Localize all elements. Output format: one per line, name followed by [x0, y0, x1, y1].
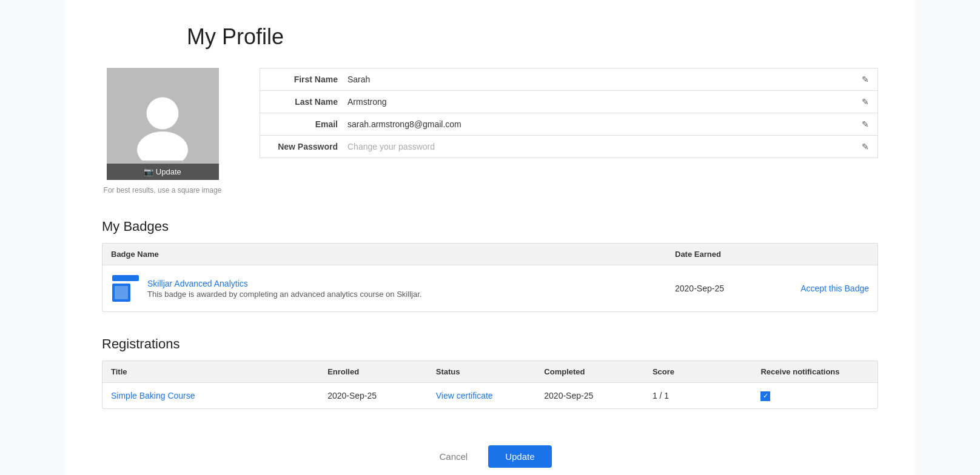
badges-section-title: My Badges — [102, 219, 878, 234]
registrations-section-title: Registrations — [102, 336, 878, 352]
last-name-row: Last Name Armstrong ✎ — [260, 90, 878, 113]
badge-name-col: Skilljar Advanced Analytics This badge i… — [147, 279, 675, 299]
registrations-table-header: Title Enrolled Status Completed Score Re… — [102, 361, 878, 383]
email-value: sarah.armstrong8@gmail.com — [347, 119, 862, 129]
email-label: Email — [269, 119, 347, 129]
email-row: Email sarah.armstrong8@gmail.com ✎ — [260, 113, 878, 135]
reg-status-header: Status — [436, 367, 545, 376]
badges-table: Badge Name Date Earned Skilljar Advanced… — [102, 243, 878, 312]
email-edit-icon[interactable]: ✎ — [862, 119, 869, 129]
profile-section: 📷 Update For best results, use a square … — [102, 68, 878, 194]
avatar-hint: For best results, use a square image — [104, 186, 222, 194]
badge-row: Skilljar Advanced Analytics This badge i… — [102, 265, 878, 311]
course-title-link[interactable]: Simple Baking Course — [111, 391, 195, 400]
badge-action-col: Accept this Badge — [772, 284, 869, 293]
reg-enrolled-header: Enrolled — [327, 367, 436, 376]
cancel-button[interactable]: Cancel — [428, 445, 478, 468]
update-button[interactable]: Update — [488, 445, 551, 468]
last-name-edit-icon[interactable]: ✎ — [862, 97, 869, 107]
badges-section: My Badges Badge Name Date Earned Skillja… — [102, 219, 878, 312]
reg-title-col: Simple Baking Course — [111, 391, 327, 400]
avatar-silhouette — [126, 88, 199, 161]
camera-icon: 📷 — [144, 167, 153, 176]
reg-notify-header: Receive notifications — [760, 367, 869, 376]
password-label: New Password — [269, 142, 347, 151]
avatar-column: 📷 Update For best results, use a square … — [102, 68, 223, 194]
badge-description: This badge is awarded by completing an a… — [147, 290, 675, 299]
svg-point-1 — [137, 131, 188, 161]
first-name-label: First Name — [269, 75, 347, 84]
registrations-section: Registrations Title Enrolled Status Comp… — [102, 336, 878, 409]
first-name-row: First Name Sarah ✎ — [260, 68, 878, 90]
first-name-value: Sarah — [347, 75, 862, 84]
password-edit-icon[interactable]: ✎ — [862, 142, 869, 151]
reg-score-col: 1 / 1 — [653, 391, 761, 400]
avatar-container: 📷 Update — [107, 68, 219, 180]
notify-checkbox[interactable]: ✓ — [760, 391, 770, 401]
badge-name-link[interactable]: Skilljar Advanced Analytics — [147, 279, 675, 288]
update-photo-button[interactable]: 📷 Update — [107, 164, 219, 180]
last-name-label: Last Name — [269, 97, 347, 107]
reg-score-header: Score — [653, 367, 761, 376]
page-wrapper: My Profile 📷 Update For best results, us… — [65, 0, 915, 475]
footer-actions: Cancel Update — [102, 433, 878, 476]
badge-name-header: Badge Name — [111, 250, 675, 259]
badges-table-header: Badge Name Date Earned — [102, 244, 878, 265]
reg-completed-header: Completed — [544, 367, 653, 376]
skilljar-badge-icon — [111, 274, 140, 303]
last-name-value: Armstrong — [347, 97, 862, 107]
first-name-edit-icon[interactable]: ✎ — [862, 75, 869, 84]
svg-rect-4 — [115, 286, 128, 299]
reg-status-col: View certificate — [436, 391, 545, 400]
svg-rect-2 — [112, 275, 139, 281]
registrations-table: Title Enrolled Status Completed Score Re… — [102, 360, 878, 409]
accept-badge-link[interactable]: Accept this Badge — [800, 284, 869, 293]
reg-enrolled-col: 2020-Sep-25 — [327, 391, 436, 400]
badge-date-header: Date Earned — [675, 250, 772, 259]
badge-action-header — [772, 250, 869, 259]
svg-point-0 — [147, 97, 179, 129]
reg-title-header: Title — [111, 367, 327, 376]
password-row: New Password Change your password ✎ — [260, 135, 878, 158]
badge-icon-col — [111, 274, 147, 303]
reg-notify-col[interactable]: ✓ — [760, 390, 869, 401]
fields-column: First Name Sarah ✎ Last Name Armstrong ✎… — [260, 68, 878, 194]
password-placeholder: Change your password — [347, 142, 862, 151]
update-photo-label: Update — [156, 167, 181, 176]
registration-row: Simple Baking Course 2020-Sep-25 View ce… — [102, 383, 878, 408]
view-certificate-link[interactable]: View certificate — [436, 391, 493, 400]
page-title: My Profile — [187, 24, 878, 50]
badge-date-col: 2020-Sep-25 — [675, 284, 772, 293]
reg-completed-col: 2020-Sep-25 — [544, 391, 653, 400]
